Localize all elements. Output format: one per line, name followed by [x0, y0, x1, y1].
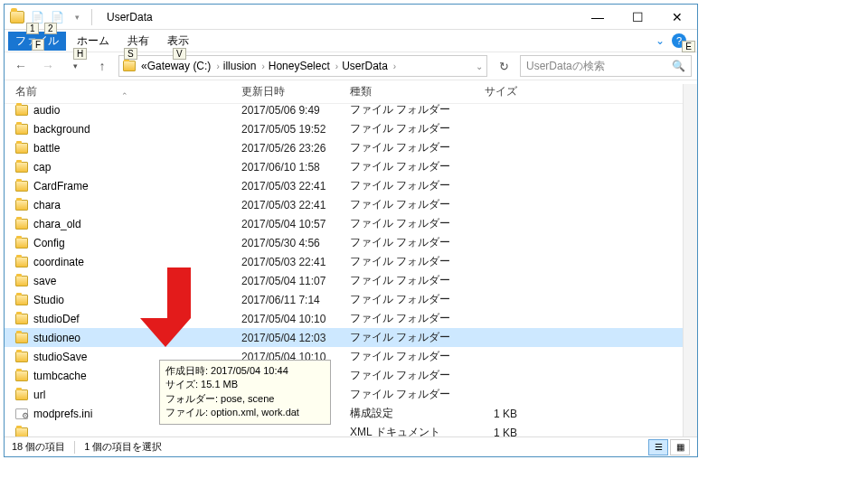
tooltip-line: フォルダー: pose, scene — [165, 392, 325, 406]
file-size: 1 KB — [454, 427, 517, 437]
file-type: ファイル フォルダー — [350, 368, 454, 383]
file-type: ファイル フォルダー — [350, 349, 454, 364]
file-row[interactable]: background2017/05/05 19:52ファイル フォルダー — [5, 119, 697, 138]
keyhint: 2 — [44, 23, 57, 34]
chevron-right-icon: › — [258, 61, 268, 71]
details-view-button[interactable]: ☰ — [648, 439, 668, 455]
file-date: 2017/05/30 4:56 — [241, 237, 350, 249]
file-row[interactable]: coordinate2017/05/03 22:41ファイル フォルダー — [5, 252, 697, 271]
breadcrumb[interactable]: illusion — [223, 60, 257, 72]
file-name: save — [33, 275, 56, 287]
ribbon-expand-chevron-icon[interactable]: ⌄ — [656, 34, 665, 47]
file-name: url — [33, 389, 45, 401]
folder-icon — [123, 61, 136, 71]
minimize-button[interactable]: — — [578, 5, 618, 30]
folder-icon — [15, 295, 28, 305]
file-row[interactable]: chara2017/05/03 22:41ファイル フォルダー — [5, 195, 697, 214]
file-row[interactable]: save2017/05/04 11:07ファイル フォルダー — [5, 271, 697, 290]
file-row[interactable]: Config2017/05/30 4:56ファイル フォルダー — [5, 233, 697, 252]
keyhint: H — [73, 48, 87, 60]
folder-icon — [15, 257, 28, 267]
file-row[interactable]: CardFrame2017/05/03 22:41ファイル フォルダー — [5, 176, 697, 195]
file-name: studioSave — [33, 351, 87, 363]
file-row[interactable]: studioSave2017/05/04 10:10ファイル フォルダー — [5, 347, 697, 366]
folder-icon — [15, 389, 28, 400]
icons-view-button[interactable]: ▦ — [670, 439, 690, 455]
back-button[interactable]: ← — [10, 55, 32, 77]
up-button[interactable]: ↑ — [91, 55, 113, 77]
file-date: 2017/05/04 10:10 — [241, 313, 350, 325]
file-name: cap — [33, 161, 51, 174]
file-name: CardFrame — [33, 180, 89, 192]
file-name: studioDef — [33, 313, 80, 325]
file-type: ファイル フォルダー — [350, 102, 454, 117]
folder-icon — [15, 333, 28, 343]
refresh-button[interactable]: ↻ — [493, 56, 514, 76]
file-row[interactable]: battle2017/05/26 23:26ファイル フォルダー — [5, 138, 697, 157]
file-date: 2017/05/04 11:07 — [241, 275, 350, 287]
titlebar: 📄 📄 ▾ UserData — ☐ ✕ — [5, 5, 697, 30]
file-name: Studio — [33, 294, 64, 306]
file-type: ファイル フォルダー — [350, 178, 454, 193]
folder-icon — [15, 200, 28, 211]
file-type: ファイル フォルダー — [350, 311, 454, 326]
file-date: 2017/06/11 7:14 — [241, 294, 350, 306]
file-row[interactable]: url10:39ファイル フォルダー — [5, 385, 697, 404]
file-type: ファイル フォルダー — [350, 387, 454, 402]
file-date: 2017/05/04 10:57 — [241, 218, 350, 230]
maximize-button[interactable]: ☐ — [618, 5, 657, 30]
qat-dropdown[interactable]: ▾ — [68, 8, 86, 26]
file-size: 1 KB — [454, 408, 517, 420]
keyhint: F — [32, 39, 44, 51]
file-row[interactable]: modprefs.ini15:49構成設定1 KB — [5, 404, 697, 423]
file-name: audio — [33, 104, 60, 117]
file-date: 2017/05/03 22:41 — [241, 199, 350, 211]
address-dropdown-icon[interactable]: ⌄ — [476, 61, 483, 71]
close-button[interactable]: ✕ — [657, 5, 697, 30]
config-file-icon — [15, 408, 28, 419]
chevron-right-icon: › — [332, 61, 342, 71]
folder-icon — [15, 314, 28, 324]
file-name: chara_old — [33, 218, 81, 230]
breadcrumb[interactable]: HoneySelect — [269, 60, 330, 72]
file-row[interactable]: Studio2017/06/11 7:14ファイル フォルダー — [5, 290, 697, 309]
scrollbar[interactable] — [683, 84, 697, 436]
file-row[interactable]: chara_old2017/05/04 10:57ファイル フォルダー — [5, 214, 697, 233]
sort-indicator-icon: ⌃ — [0, 91, 697, 100]
file-date: 2017/05/03 22:41 — [241, 256, 350, 268]
annotation-arrow — [154, 267, 204, 347]
file-name: battle — [33, 142, 60, 155]
file-row[interactable]: cap2017/06/10 1:58ファイル フォルダー — [5, 157, 697, 176]
file-row[interactable]: XML ドキュメント1 KB — [5, 423, 697, 436]
file-type: ファイル フォルダー — [350, 159, 454, 174]
breadcrumb[interactable]: UserData — [342, 60, 388, 72]
tooltip: 作成日時: 2017/05/04 10:44 サイズ: 15.1 MB フォルダ… — [159, 360, 331, 425]
file-type: ファイル フォルダー — [350, 235, 454, 250]
file-type: XML ドキュメント — [350, 425, 454, 436]
status-count: 18 個の項目 — [12, 440, 65, 454]
file-date: 2017/05/04 12:03 — [241, 332, 350, 344]
file-row[interactable]: studioDef2017/05/04 10:10ファイル フォルダー — [5, 309, 697, 328]
file-name: Config — [33, 237, 65, 249]
file-type: ファイル フォルダー — [350, 121, 454, 136]
search-input[interactable]: UserDataの検索 🔍 — [520, 55, 692, 77]
file-type: ファイル フォルダー — [350, 216, 454, 231]
file-row[interactable]: studioneo2017/05/04 12:03ファイル フォルダー — [5, 328, 697, 347]
file-row[interactable]: tumbcache10:10ファイル フォルダー — [5, 366, 697, 385]
file-row[interactable]: audio2017/05/06 9:49ファイル フォルダー — [5, 100, 697, 119]
tooltip-line: サイズ: 15.1 MB — [165, 378, 325, 391]
file-type: ファイル フォルダー — [350, 273, 454, 288]
file-list[interactable]: audio2017/05/06 9:49ファイル フォルダーbackground… — [5, 100, 697, 436]
keyhint: E — [682, 41, 695, 52]
folder-icon — [15, 124, 28, 135]
breadcrumb[interactable]: Gateway (C:) — [147, 60, 212, 72]
folder-icon — [15, 219, 28, 230]
window-controls: — ☐ ✕ — [578, 5, 697, 30]
file-name: background — [33, 123, 90, 136]
separator — [91, 9, 92, 25]
forward-button[interactable]: → — [37, 55, 59, 77]
file-type: ファイル フォルダー — [350, 197, 454, 212]
chevron-right-icon: › — [212, 61, 222, 71]
file-type: ファイル フォルダー — [350, 140, 454, 155]
file-type: ファイル フォルダー — [350, 330, 454, 345]
